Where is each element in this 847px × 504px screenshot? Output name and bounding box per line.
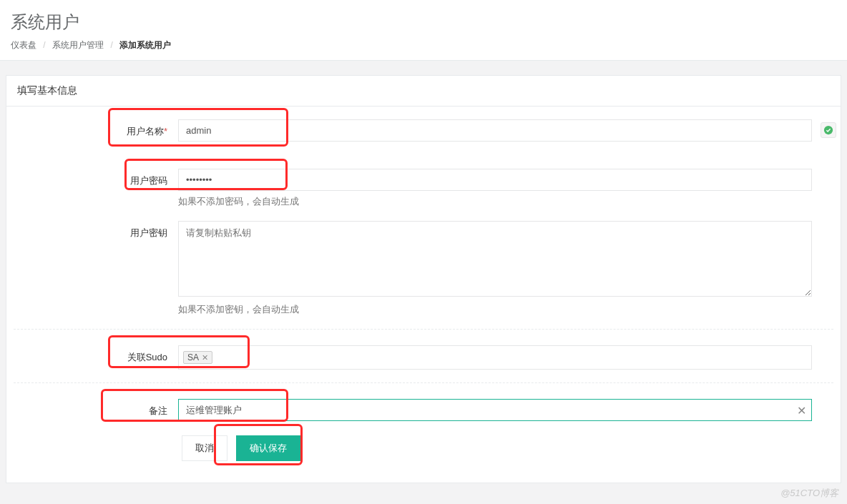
password-input[interactable] — [178, 169, 812, 191]
breadcrumb: 仪表盘 / 系统用户管理 / 添加系统用户 — [11, 39, 836, 51]
sudo-tag-label: SA — [187, 352, 199, 362]
cancel-button[interactable]: 取消 — [182, 435, 227, 461]
label-privatekey: 用户密钥 — [14, 221, 178, 239]
page-header: 系统用户 仪表盘 / 系统用户管理 / 添加系统用户 — [0, 0, 847, 61]
row-sudo: 关联Sudo SA ✕ — [6, 345, 841, 370]
section-divider — [14, 382, 833, 383]
sudo-tag-input[interactable]: SA ✕ — [178, 345, 812, 370]
clear-icon[interactable]: ✕ — [797, 403, 806, 417]
row-username: 用户名称* — [6, 119, 841, 142]
panel-heading: 填写基本信息 — [6, 76, 841, 107]
form-panel: 填写基本信息 用户名称* 用户密码 — [6, 75, 841, 483]
breadcrumb-item-active: 添加系统用户 — [119, 40, 171, 50]
close-icon[interactable]: ✕ — [202, 353, 208, 362]
sudo-tag[interactable]: SA ✕ — [183, 351, 212, 364]
breadcrumb-sep: / — [110, 40, 112, 50]
valid-icon — [821, 122, 836, 138]
label-password: 用户密码 — [14, 169, 178, 187]
privatekey-textarea[interactable] — [178, 221, 812, 297]
save-button[interactable]: 确认保存 — [236, 435, 300, 461]
section-divider — [14, 329, 833, 330]
form-actions: 取消 确认保存 — [6, 435, 841, 461]
label-remark: 备注 — [14, 399, 178, 417]
page-title: 系统用户 — [11, 11, 836, 34]
row-remark: 备注 ✕ — [6, 399, 841, 421]
help-password: 如果不添加密码，会自动生成 — [178, 195, 812, 208]
breadcrumb-item[interactable]: 系统用户管理 — [52, 40, 104, 50]
breadcrumb-sep: / — [43, 40, 45, 50]
username-input[interactable] — [178, 119, 812, 142]
row-password: 用户密码 如果不添加密码，会自动生成 — [6, 169, 841, 208]
required-asterisk: * — [164, 126, 167, 137]
label-username: 用户名称* — [14, 119, 178, 138]
row-privatekey: 用户密钥 如果不添加密钥，会自动生成 — [6, 221, 841, 316]
help-privatekey: 如果不添加密钥，会自动生成 — [178, 303, 812, 316]
label-sudo: 关联Sudo — [14, 345, 178, 364]
breadcrumb-item[interactable]: 仪表盘 — [11, 40, 36, 50]
remark-input[interactable] — [178, 399, 812, 421]
